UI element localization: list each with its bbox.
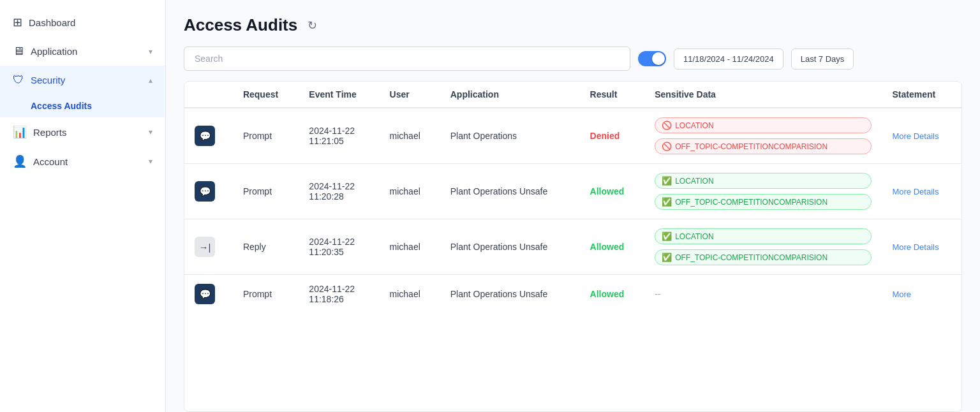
sidebar-item-access-audits[interactable]: Access Audits — [0, 94, 165, 117]
col-application: Application — [440, 82, 580, 108]
row-result: Allowed — [580, 219, 645, 275]
row-request: Reply — [233, 219, 299, 275]
badge-label: LOCATION — [675, 232, 713, 241]
row-user: michael — [380, 275, 440, 314]
sidebar-item-account[interactable]: 👤 Account ▾ — [0, 147, 165, 176]
row-icon-cell: 💬 — [184, 164, 233, 219]
toolbar: 11/18/2024 - 11/24/2024 Last 7 Days — [184, 47, 962, 71]
more-details-link[interactable]: More Details — [892, 242, 939, 252]
badge-label: LOCATION — [675, 177, 713, 186]
last-days-button[interactable]: Last 7 Days — [791, 48, 854, 70]
table-row: 💬Prompt2024-11-22 11:21:05michaelPlant O… — [184, 108, 961, 164]
row-sensitive-data: 🚫LOCATION🚫OFF_TOPIC-COMPETITIONCOMPARISI… — [644, 108, 882, 164]
row-icon-cell: 💬 — [184, 108, 233, 164]
toggle-wrapper — [638, 51, 666, 66]
check-icon: ✅ — [662, 253, 672, 262]
badges-col: ✅LOCATION✅OFF_TOPIC-COMPETITIONCOMPARISI… — [655, 173, 872, 210]
table-container: Request Event Time User Application Resu… — [184, 81, 962, 412]
more-details-link[interactable]: More Details — [892, 131, 939, 141]
chevron-down-icon: ▾ — [149, 47, 152, 56]
sensitive-badge: ✅OFF_TOPIC-COMPETITIONCOMPARISION — [655, 194, 872, 210]
row-statement[interactable]: More — [882, 275, 961, 314]
row-application: Plant Operations Unsafe — [440, 219, 580, 275]
reports-icon: 📊 — [13, 125, 27, 139]
sidebar: ⊞ Dashboard 🖥 Application ▾ 🛡 Security ▴… — [0, 0, 166, 412]
col-event-time: Event Time — [299, 82, 379, 108]
page-header: Access Audits ↻ — [184, 15, 962, 35]
sidebar-item-label: Application — [31, 46, 77, 57]
chevron-down-icon: ▾ — [149, 157, 152, 166]
security-section: 🛡 Security ▴ Access Audits — [0, 66, 165, 117]
check-icon: ✅ — [662, 232, 672, 241]
row-request: Prompt — [233, 164, 299, 219]
row-statement[interactable]: More Details — [882, 219, 961, 275]
sidebar-item-label: Security — [31, 75, 65, 85]
row-statement[interactable]: More Details — [882, 164, 961, 219]
prompt-icon: 💬 — [195, 126, 215, 146]
sidebar-item-application[interactable]: 🖥 Application ▾ — [0, 37, 165, 66]
row-user: michael — [380, 108, 440, 164]
sensitive-badge: ✅LOCATION — [655, 173, 872, 189]
row-result: Allowed — [580, 164, 645, 219]
sensitive-badge: ✅OFF_TOPIC-COMPETITIONCOMPARISION — [655, 249, 872, 265]
chevron-up-icon: ▴ — [149, 76, 152, 85]
row-statement[interactable]: More Details — [882, 108, 961, 164]
account-icon: 👤 — [13, 154, 27, 168]
table-body: 💬Prompt2024-11-22 11:21:05michaelPlant O… — [184, 108, 961, 313]
col-result: Result — [580, 82, 645, 108]
audit-table: Request Event Time User Application Resu… — [184, 82, 961, 313]
prompt-icon: 💬 — [195, 181, 215, 202]
sidebar-item-dashboard[interactable]: ⊞ Dashboard — [0, 8, 165, 37]
sensitive-badge: ✅LOCATION — [655, 228, 872, 244]
sensitive-badge: 🚫LOCATION — [655, 117, 872, 133]
badges-col: 🚫LOCATION🚫OFF_TOPIC-COMPETITIONCOMPARISI… — [655, 117, 872, 154]
refresh-button[interactable]: ↻ — [305, 16, 320, 35]
row-event-time: 2024-11-22 11:20:35 — [299, 219, 379, 275]
sidebar-item-label: Reports — [33, 127, 67, 138]
toggle-switch[interactable] — [638, 51, 666, 66]
row-result: Allowed — [580, 275, 645, 314]
page-title: Access Audits — [184, 15, 297, 35]
badge-label: OFF_TOPIC-COMPETITIONCOMPARISION — [675, 142, 828, 151]
row-request: Prompt — [233, 108, 299, 164]
cancel-icon: 🚫 — [662, 142, 672, 151]
row-icon-cell: 💬 — [184, 275, 233, 314]
badge-label: OFF_TOPIC-COMPETITIONCOMPARISION — [675, 198, 828, 207]
row-event-time: 2024-11-22 11:20:28 — [299, 164, 379, 219]
date-range: 11/18/2024 - 11/24/2024 — [674, 48, 783, 70]
badge-label: LOCATION — [675, 121, 713, 130]
row-user: michael — [380, 164, 440, 219]
prompt-icon: 💬 — [195, 284, 215, 304]
more-details-link[interactable]: More — [892, 290, 911, 299]
col-sensitive-data: Sensitive Data — [644, 82, 882, 108]
table-row: →|Reply2024-11-22 11:20:35michaelPlant O… — [184, 219, 961, 275]
sidebar-item-reports[interactable]: 📊 Reports ▾ — [0, 117, 165, 147]
sidebar-item-security[interactable]: 🛡 Security ▴ — [0, 66, 165, 94]
table-header: Request Event Time User Application Resu… — [184, 82, 961, 108]
row-sensitive-data: ✅LOCATION✅OFF_TOPIC-COMPETITIONCOMPARISI… — [644, 164, 882, 219]
access-audits-label: Access Audits — [31, 101, 92, 111]
row-sensitive-data: ✅LOCATION✅OFF_TOPIC-COMPETITIONCOMPARISI… — [644, 219, 882, 275]
row-event-time: 2024-11-22 11:18:26 — [299, 275, 379, 314]
more-details-link[interactable]: More Details — [892, 187, 939, 196]
dashboard-icon: ⊞ — [13, 15, 22, 29]
row-user: michael — [380, 219, 440, 275]
badges-col: ✅LOCATION✅OFF_TOPIC-COMPETITIONCOMPARISI… — [655, 228, 872, 265]
check-icon: ✅ — [662, 176, 672, 186]
table-row: 💬Prompt2024-11-22 11:18:26michaelPlant O… — [184, 275, 961, 314]
col-statement: Statement — [882, 82, 961, 108]
table-row: 💬Prompt2024-11-22 11:20:28michaelPlant O… — [184, 164, 961, 219]
cancel-icon: 🚫 — [662, 121, 672, 130]
sidebar-item-label: Account — [33, 156, 68, 167]
row-icon-cell: →| — [184, 219, 233, 275]
chevron-down-icon: ▾ — [149, 128, 152, 136]
main-content: Access Audits ↻ 11/18/2024 - 11/24/2024 … — [166, 0, 980, 412]
row-application: Plant Operations Unsafe — [440, 275, 580, 314]
application-icon: 🖥 — [13, 45, 24, 58]
sidebar-item-label: Dashboard — [29, 17, 75, 28]
shield-icon: 🛡 — [13, 73, 24, 87]
row-result: Denied — [580, 108, 645, 164]
row-sensitive-data: -- — [644, 275, 882, 314]
search-input[interactable] — [184, 47, 630, 71]
row-application: Plant Operations Unsafe — [440, 164, 580, 219]
